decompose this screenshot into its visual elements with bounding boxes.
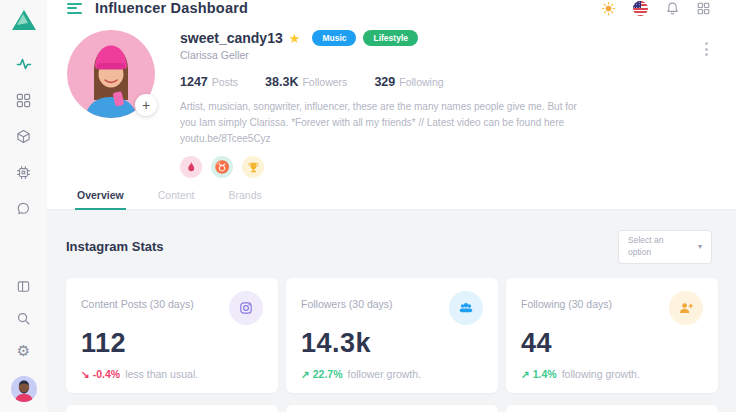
stats-cards-grid: Content Posts (30 days) 112 ↘ -0.4%less … [66,278,718,412]
card-content-posts: Content Posts (30 days) 112 ↘ -0.4%less … [66,278,278,393]
flame-icon [180,156,202,178]
instagram-icon [229,291,263,325]
sun-icon[interactable] [601,1,616,16]
tab-overview[interactable]: Overview [75,180,126,210]
select-placeholder: Select an option [628,235,674,259]
profile-section: + sweet_candy13 ★ Music Lifestyle Claris… [47,16,736,180]
stat-label: Following (30 days) [521,298,612,310]
badge-music: Music [312,30,356,46]
sidebar-user-avatar[interactable] [11,376,37,402]
stat-change: ↗ 22.7%follower growth. [301,368,483,380]
period-select-dropdown[interactable]: Select an option ▾ [618,230,712,264]
stat-value: 14.3k [301,328,483,359]
tab-content[interactable]: Content [156,180,197,210]
sidebar: ⚙ [0,0,47,412]
more-options-kebab-icon[interactable] [703,40,710,58]
menu-toggle-hamburger-icon[interactable] [67,3,82,14]
users-icon [449,291,483,325]
bell-icon[interactable] [665,1,680,16]
card-followers: Followers (30 days) 14.3k ↗ 22.7%followe… [286,278,498,393]
trend-up-arrow-icon: ↗ [521,368,530,380]
stat-following: 329Following [374,72,443,90]
trend-down-arrow-icon: ↘ [81,368,90,380]
gear-icon[interactable]: ⚙ [16,342,32,358]
sidebar-item-cpu-icon[interactable] [16,164,32,180]
apps-grid-icon[interactable] [697,2,710,15]
interest-badges: ♉ [180,156,718,178]
tab-brands[interactable]: Brands [226,180,263,210]
card-comments: Comments (30 days) [286,405,498,412]
sidebar-item-cube-icon[interactable] [16,128,32,144]
chevron-down-icon: ▾ [698,242,702,251]
card-likes: Likes (30 days) [66,405,278,412]
taurus-icon: ♉ [211,156,233,178]
us-flag-icon[interactable] [633,1,648,16]
profile-username: sweet_candy13 [180,30,283,46]
stat-posts: 1247Posts [180,72,238,90]
stat-change: ↘ -0.4%less than usual. [81,368,263,380]
add-story-plus-button[interactable]: + [135,94,157,116]
search-icon[interactable] [16,310,32,326]
profile-bio: Artist, musician, songwriter, influencer… [180,99,580,147]
sidebar-item-grid-icon[interactable] [16,92,32,108]
user-plus-icon [669,291,703,325]
stat-change: ↗ 1.4%following growth. [521,368,703,380]
sidebar-item-activity-icon[interactable] [16,56,32,72]
stat-value: 112 [81,328,263,359]
instagram-stats-section: Instagram Stats Select an option ▾ Conte… [47,210,736,412]
badge-lifestyle: Lifestyle [363,30,418,46]
trend-up-arrow-icon: ↗ [301,368,310,380]
topbar: Influencer Dashboard [47,0,736,16]
card-following: Following (30 days) 44 ↗ 1.4%following g… [506,278,718,393]
profile-tabs: Overview Content Brands [47,180,736,210]
stat-label: Followers (30 days) [301,298,393,310]
app-logo-triangle-icon[interactable] [11,8,37,32]
section-title: Instagram Stats [66,239,164,254]
stat-value: 44 [521,328,703,359]
sidebar-item-layout-icon[interactable] [16,278,32,294]
sidebar-item-chat-icon[interactable] [16,200,32,216]
profile-full-name: Clarissa Geller [180,49,718,61]
stat-label: Content Posts (30 days) [81,298,194,310]
star-icon: ★ [289,31,301,46]
page-title: Influencer Dashboard [95,0,248,16]
profile-stats: 1247Posts 38.3KFollowers 329Following [180,72,718,90]
trophy-icon [242,156,264,178]
stat-followers: 38.3KFollowers [265,72,347,90]
card-profile-views: Profile Views (30 days) [506,405,718,412]
